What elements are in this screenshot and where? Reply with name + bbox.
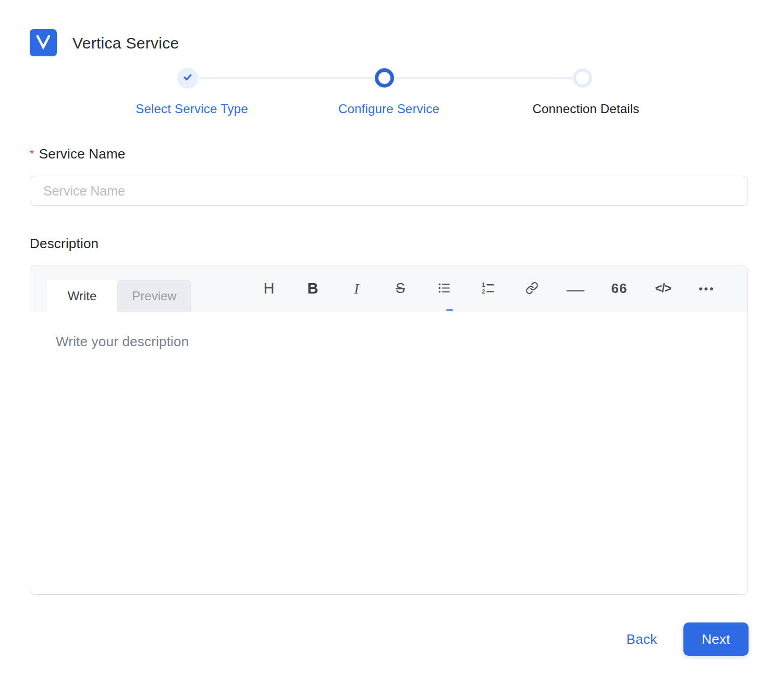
- service-name-label-text: Service Name: [39, 146, 126, 162]
- bold-button[interactable]: B: [300, 274, 326, 303]
- formatting-toolbar: H B I S: [256, 265, 720, 312]
- stepper-connector-1: [199, 77, 374, 79]
- description-label: Description: [30, 236, 99, 252]
- horizontal-rule-button[interactable]: —: [562, 274, 589, 303]
- page-title: Vertica Service: [72, 34, 179, 52]
- heading-icon: H: [264, 280, 275, 297]
- bold-icon: B: [308, 280, 318, 297]
- unordered-list-button[interactable]: [431, 274, 457, 303]
- more-icon: •••: [699, 283, 715, 295]
- quote-icon: 66: [611, 280, 628, 297]
- step-3-indicator-upcoming[interactable]: [573, 68, 592, 88]
- vertica-service-wizard: Vertica Service Select Service Type Conf…: [0, 0, 784, 684]
- vertica-logo: [30, 29, 57, 56]
- strikethrough-button[interactable]: S: [387, 274, 413, 303]
- editor-toolbar-bar: Write Preview H B I S: [30, 265, 748, 312]
- step-2-indicator-active[interactable]: [375, 68, 394, 88]
- next-button[interactable]: Next: [683, 622, 749, 656]
- horizontal-rule-icon: —: [567, 280, 584, 298]
- svg-text:2: 2: [482, 288, 485, 294]
- back-button[interactable]: Back: [618, 629, 665, 650]
- description-textarea[interactable]: [30, 312, 748, 594]
- ordered-list-button[interactable]: 1 2: [475, 274, 501, 303]
- step-3-label[interactable]: Connection Details: [532, 102, 639, 116]
- quote-button[interactable]: 66: [606, 274, 632, 303]
- italic-button[interactable]: I: [344, 274, 370, 303]
- step-1-indicator-completed[interactable]: [177, 68, 198, 89]
- check-icon: [182, 71, 193, 85]
- link-button[interactable]: [519, 274, 545, 303]
- italic-icon: I: [354, 280, 359, 297]
- code-button[interactable]: </>: [650, 274, 676, 303]
- strikethrough-icon: S: [396, 280, 405, 297]
- heading-button[interactable]: H: [256, 274, 282, 303]
- tab-preview[interactable]: Preview: [117, 280, 191, 312]
- description-editor: Write Preview H B I S: [30, 265, 748, 595]
- link-icon: [525, 282, 538, 296]
- more-button[interactable]: •••: [694, 274, 720, 303]
- ordered-list-badge-artifact: [446, 309, 453, 311]
- required-asterisk: *: [30, 147, 34, 160]
- svg-text:1: 1: [482, 282, 485, 287]
- service-name-label: *Service Name: [30, 146, 125, 162]
- editor-write-area: [30, 312, 748, 594]
- code-icon: </>: [655, 282, 671, 296]
- service-name-input[interactable]: [30, 176, 748, 206]
- vertica-v-icon: [34, 33, 52, 53]
- stepper-connector-2: [395, 77, 573, 79]
- step-1-label[interactable]: Select Service Type: [136, 102, 248, 116]
- unordered-list-icon: [437, 282, 451, 296]
- step-2-label[interactable]: Configure Service: [338, 102, 439, 116]
- tab-write[interactable]: Write: [47, 280, 117, 312]
- ordered-list-icon: 1 2: [481, 282, 495, 296]
